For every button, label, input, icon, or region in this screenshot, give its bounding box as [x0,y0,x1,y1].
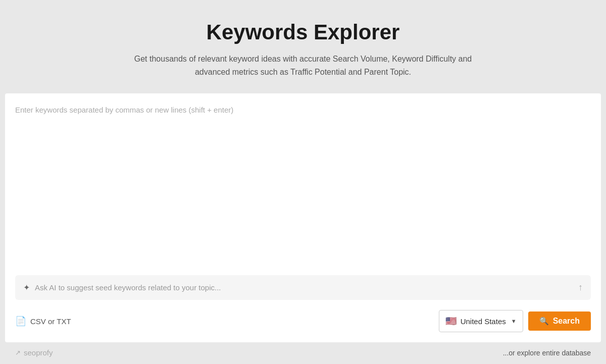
ai-suggest-left: ✦ [23,283,578,292]
right-controls: 🇺🇸 United States ▼ 🔍 Search [439,310,591,332]
seoprofy-logo: ↗ seoprofy [15,348,53,357]
search-button[interactable]: 🔍 Search [528,311,591,331]
search-icon: 🔍 [539,317,549,326]
search-button-label: Search [553,317,580,326]
ai-sparkle-icon: ✦ [23,283,30,292]
chevron-down-icon: ▼ [511,318,517,324]
country-selector[interactable]: 🇺🇸 United States ▼ [439,310,523,332]
explore-database-link[interactable]: ...or explore entire database [503,349,591,357]
ai-suggest-bar: ✦ ↑ [15,275,591,300]
seoprofy-arrow-icon: ↗ [15,349,21,356]
ai-suggest-input[interactable] [35,283,578,292]
ai-submit-icon[interactable]: ↑ [578,282,583,293]
country-label: United States [461,317,506,326]
seoprofy-brand-name: seoprofy [24,348,53,357]
csv-upload-label: CSV or TXT [30,317,71,326]
csv-upload-button[interactable]: 📄 CSV or TXT [15,316,71,327]
csv-icon: 📄 [15,316,26,327]
page-title: Keywords Explorer [10,20,596,44]
main-card: ✦ ↑ 📄 CSV or TXT 🇺🇸 United States ▼ 🔍 Se… [5,93,601,342]
page-subtitle: Get thousands of relevant keyword ideas … [126,53,480,78]
us-flag-icon: 🇺🇸 [445,316,457,327]
keyword-input[interactable] [15,103,591,275]
footer-bar: ↗ seoprofy ...or explore entire database [5,342,601,364]
header-section: Keywords Explorer Get thousands of relev… [0,0,606,93]
bottom-bar: 📄 CSV or TXT 🇺🇸 United States ▼ 🔍 Search [15,308,591,334]
